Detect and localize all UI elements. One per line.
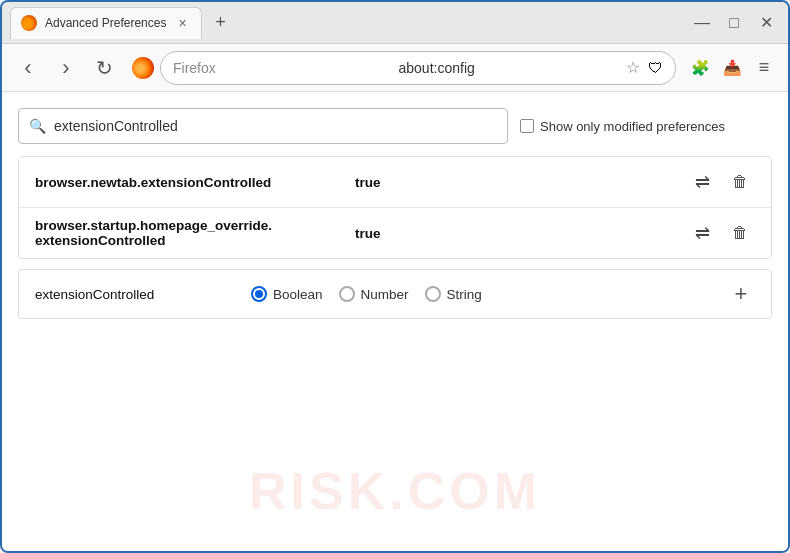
pref-name-1: browser.newtab.extensionControlled: [35, 175, 355, 190]
shield-icon[interactable]: 🛡: [648, 59, 663, 76]
delete-button-2[interactable]: 🗑: [725, 218, 755, 248]
bookmark-icon[interactable]: ☆: [626, 58, 640, 77]
back-button[interactable]: ‹: [12, 52, 44, 84]
table-row: browser.startup.homepage_override. exten…: [19, 208, 771, 258]
prefs-table: browser.newtab.extensionControlled true …: [18, 156, 772, 259]
search-input[interactable]: [54, 118, 497, 134]
firefox-logo-icon: [132, 57, 154, 79]
radio-boolean-label: Boolean: [273, 287, 323, 302]
add-pref-row: extensionControlled Boolean Number Strin…: [18, 269, 772, 319]
radio-number-btn[interactable]: [339, 286, 355, 302]
delete-button-1[interactable]: 🗑: [725, 167, 755, 197]
tab-area: Advanced Preferences × +: [10, 7, 688, 39]
menu-button[interactable]: ≡: [750, 54, 778, 82]
search-bar: 🔍 Show only modified preferences: [18, 108, 772, 144]
address-bar[interactable]: Firefox about:config ☆ 🛡: [160, 51, 676, 85]
swap-icon-2: ⇌: [695, 222, 710, 244]
radio-number-label: Number: [361, 287, 409, 302]
swap-button-1[interactable]: ⇌: [687, 167, 717, 197]
radio-string-btn[interactable]: [425, 286, 441, 302]
tab-favicon: [21, 15, 37, 31]
search-input-wrapper: 🔍: [18, 108, 508, 144]
radio-group: Boolean Number String: [251, 286, 711, 302]
show-modified-text: Show only modified preferences: [540, 119, 725, 134]
window-controls: — □ ✕: [688, 9, 780, 37]
search-icon: 🔍: [29, 118, 46, 134]
show-modified-checkbox[interactable]: [520, 119, 534, 133]
address-text: about:config: [399, 60, 613, 76]
minimize-button[interactable]: —: [688, 9, 716, 37]
active-tab[interactable]: Advanced Preferences ×: [10, 7, 202, 39]
reload-button[interactable]: ↻: [88, 52, 120, 84]
download-icon[interactable]: 📥: [718, 54, 746, 82]
table-row: browser.newtab.extensionControlled true …: [19, 157, 771, 208]
radio-boolean-btn[interactable]: [251, 286, 267, 302]
new-tab-button[interactable]: +: [208, 10, 234, 36]
pref-name-2: browser.startup.homepage_override. exten…: [35, 218, 355, 248]
add-pref-button[interactable]: +: [727, 280, 755, 308]
maximize-button[interactable]: □: [720, 9, 748, 37]
radio-string[interactable]: String: [425, 286, 482, 302]
tab-title: Advanced Preferences: [45, 16, 166, 30]
content-area: RISK.COM 🔍 Show only modified preference…: [2, 92, 788, 551]
tab-close-button[interactable]: ×: [174, 13, 190, 33]
title-bar: Advanced Preferences × + — □ ✕: [2, 2, 788, 44]
pref-actions-2: ⇌ 🗑: [687, 218, 755, 248]
delete-icon: 🗑: [732, 173, 748, 191]
forward-button[interactable]: ›: [50, 52, 82, 84]
extension-puzzle-icon[interactable]: 🧩: [686, 54, 714, 82]
nav-bar: ‹ › ↻ Firefox about:config ☆ 🛡 🧩 📥 ≡: [2, 44, 788, 92]
pref-value-2: true: [355, 226, 687, 241]
watermark: RISK.COM: [249, 461, 541, 521]
browser-label: Firefox: [173, 60, 387, 76]
close-button[interactable]: ✕: [752, 9, 780, 37]
pref-actions-1: ⇌ 🗑: [687, 167, 755, 197]
toolbar-icons: 🧩 📥 ≡: [686, 54, 778, 82]
radio-number[interactable]: Number: [339, 286, 409, 302]
show-modified-label[interactable]: Show only modified preferences: [520, 119, 725, 134]
address-icons: ☆ 🛡: [626, 58, 663, 77]
pref-value-1: true: [355, 175, 687, 190]
radio-boolean[interactable]: Boolean: [251, 286, 323, 302]
radio-string-label: String: [447, 287, 482, 302]
new-pref-name: extensionControlled: [35, 287, 235, 302]
swap-icon: ⇌: [695, 171, 710, 193]
swap-button-2[interactable]: ⇌: [687, 218, 717, 248]
browser-window: Advanced Preferences × + — □ ✕ ‹ › ↻ Fir…: [0, 0, 790, 553]
delete-icon-2: 🗑: [732, 224, 748, 242]
